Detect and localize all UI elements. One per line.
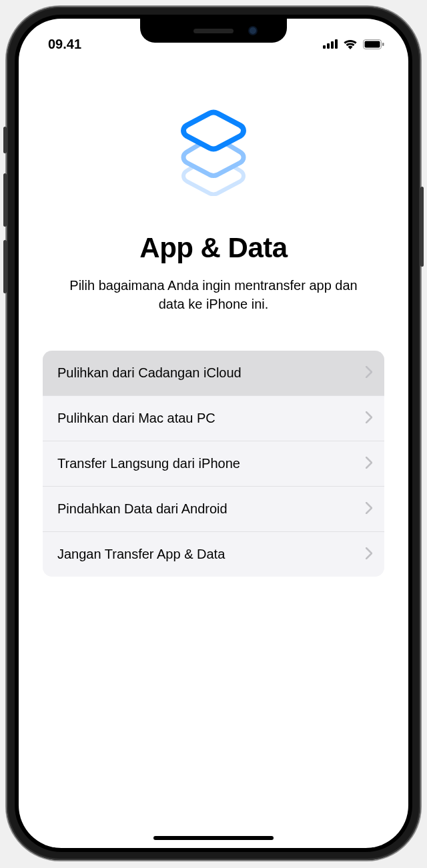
option-move-android[interactable]: Pindahkan Data dari Android (43, 487, 384, 532)
chevron-right-icon (366, 366, 372, 381)
notch (140, 19, 287, 43)
mute-switch (3, 127, 7, 153)
wifi-icon (343, 39, 358, 49)
chevron-right-icon (366, 411, 372, 426)
svg-rect-5 (365, 41, 380, 47)
option-restore-icloud[interactable]: Pulihkan dari Cadangan iCloud (43, 351, 384, 396)
chevron-right-icon (366, 547, 372, 562)
status-time: 09.41 (48, 37, 81, 52)
option-label: Pindahkan Data dari Android (57, 501, 228, 517)
option-dont-transfer[interactable]: Jangan Transfer App & Data (43, 532, 384, 577)
chevron-right-icon (366, 457, 372, 471)
battery-icon (363, 39, 384, 49)
option-transfer-iphone[interactable]: Transfer Langsung dari iPhone (43, 441, 384, 487)
phone-frame: 09.41 (7, 7, 420, 860)
status-icons (323, 39, 384, 49)
option-label: Transfer Langsung dari iPhone (57, 456, 240, 471)
content-area: App & Data Pilih bagaimana Anda ingin me… (19, 56, 408, 577)
page-subtitle: Pilih bagaimana Anda ingin mentransfer a… (43, 276, 384, 313)
option-label: Jangan Transfer App & Data (57, 547, 225, 562)
cellular-icon (323, 39, 338, 49)
screen: 09.41 (19, 19, 408, 848)
option-restore-mac-pc[interactable]: Pulihkan dari Mac atau PC (43, 396, 384, 441)
svg-rect-3 (335, 39, 338, 49)
options-list: Pulihkan dari Cadangan iCloud Pulihkan d… (43, 351, 384, 577)
page-title: App & Data (43, 232, 384, 264)
volume-down-button (3, 240, 7, 293)
option-label: Pulihkan dari Cadangan iCloud (57, 365, 242, 381)
svg-rect-0 (323, 45, 326, 49)
volume-up-button (3, 173, 7, 227)
svg-rect-6 (382, 43, 384, 46)
option-label: Pulihkan dari Mac atau PC (57, 411, 216, 426)
power-button (420, 187, 424, 267)
speaker-grille (193, 29, 234, 33)
home-indicator[interactable] (153, 836, 274, 840)
svg-rect-1 (327, 43, 330, 49)
chevron-right-icon (366, 502, 372, 517)
svg-rect-2 (331, 41, 334, 49)
front-camera (248, 26, 258, 35)
app-data-stack-icon (173, 109, 254, 199)
phone-inner: 09.41 (15, 15, 412, 852)
